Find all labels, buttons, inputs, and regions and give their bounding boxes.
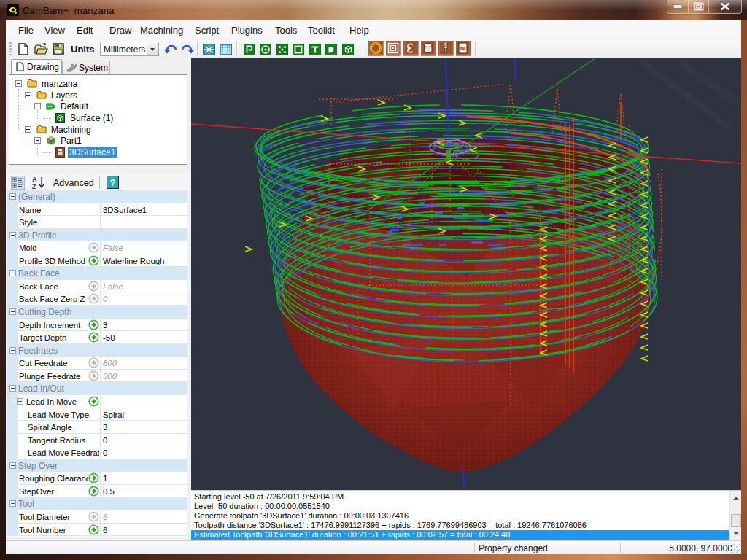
svg-text:Z: Z [32,183,36,190]
svg-text:NC: NC [460,46,468,51]
svg-text:A: A [32,176,37,183]
